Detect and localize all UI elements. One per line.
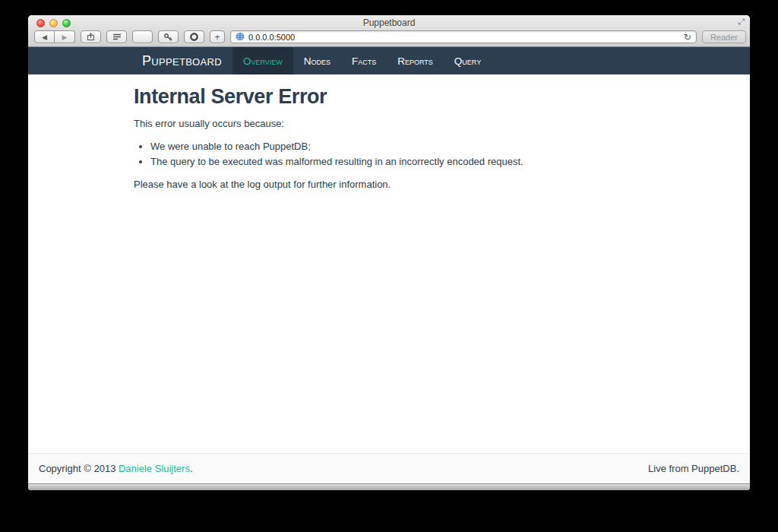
nav-item-nodes[interactable]: Nodes [293,47,341,74]
share-icon [86,32,96,42]
nav-item-overview[interactable]: Overview [232,47,293,74]
globe-favicon [236,32,245,43]
app-navbar: Puppetboard Overview Nodes Facts Reports… [28,47,750,74]
plus-icon: + [214,32,220,43]
nav-item-facts[interactable]: Facts [341,47,387,74]
error-reason-list: We were unable to reach PuppetDB; The qu… [134,139,644,169]
back-icon: ◀ [42,33,47,41]
footer-right-text: Live from PuppetDB. [648,463,739,474]
resize-icon[interactable]: ⤢ [738,17,745,27]
error-reason-item: We were unable to reach PuppetDB; [150,139,644,154]
copyright-text: Copyright © 2013 Daniele Sluijters. [39,463,193,474]
reader-button[interactable]: Reader [702,30,746,43]
new-tab-button[interactable]: + [210,30,225,43]
close-window-button[interactable] [36,19,45,27]
error-reason-item: The query to be executed was malformed r… [150,154,644,169]
author-link[interactable]: Daniele Sluijters [119,463,190,474]
page-footer: Copyright © 2013 Daniele Sluijters. Live… [28,453,750,483]
reading-list-button[interactable] [106,30,127,43]
key-icon [163,33,173,42]
error-intro-text: This error usually occurs because: [134,116,644,131]
address-bar[interactable]: 0.0.0.0:5000 ↻ [230,30,697,43]
browser-chrome: Puppetboard ⤢ ◀ ▶ + [28,15,750,47]
nav-item-query[interactable]: Query [444,47,492,74]
title-bar[interactable]: Puppetboard ⤢ [28,15,750,30]
list-lines-icon [112,33,122,41]
nav-item-reports[interactable]: Reports [387,47,444,74]
brand-puppetboard[interactable]: Puppetboard [142,47,232,74]
reload-icon[interactable]: ↻ [684,33,691,42]
forward-button[interactable]: ▶ [55,30,75,43]
browser-window: Puppetboard ⤢ ◀ ▶ + [28,15,750,490]
copyright-suffix: . [190,463,193,474]
url-text: 0.0.0.0:5000 [248,33,295,42]
main-content: Internal Server Error This error usually… [28,74,750,453]
blank-toolbar-button[interactable] [132,30,153,43]
reader-label: Reader [710,33,738,42]
traffic-lights [36,19,71,27]
error-outro-text: Please have a look at the log output for… [134,177,644,192]
minimize-window-button[interactable] [49,19,58,27]
zoom-window-button[interactable] [62,19,71,27]
window-title: Puppetboard [28,15,750,30]
history-nav-group: ◀ ▶ [34,30,75,43]
page-title: Internal Server Error [134,85,644,109]
forward-icon: ▶ [62,33,68,41]
share-button[interactable] [81,30,101,43]
password-extension-button[interactable] [158,30,179,43]
browser-status-bar [28,483,750,490]
extension-ring-button[interactable] [184,30,204,43]
copyright-prefix: Copyright © 2013 [39,463,119,474]
content-container: Internal Server Error This error usually… [134,85,644,192]
ring-icon [189,32,199,42]
back-button[interactable]: ◀ [34,30,55,43]
browser-toolbar: ◀ ▶ + 0.0.0.0:5000 ↻ Reader [28,30,750,46]
